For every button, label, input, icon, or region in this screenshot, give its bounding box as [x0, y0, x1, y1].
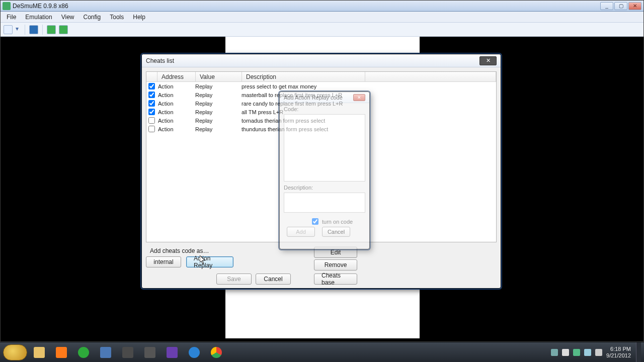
- pause-icon[interactable]: [29, 25, 38, 34]
- task-app-1[interactable]: [96, 344, 116, 360]
- clock[interactable]: 6:18 PM 9/21/2012: [606, 346, 631, 359]
- task-app-2[interactable]: [118, 344, 138, 360]
- tray-icon[interactable]: [551, 349, 558, 356]
- turn-on-code-checkbox[interactable]: turn on code: [310, 217, 353, 226]
- dialog-title-bar[interactable]: Add Action Replay code ✕: [280, 92, 369, 103]
- task-utorrent[interactable]: [73, 344, 94, 360]
- clock-date: 9/21/2012: [606, 352, 631, 359]
- row-enabled-checkbox[interactable]: [148, 92, 155, 98]
- cancel-button[interactable]: Cancel: [322, 227, 350, 237]
- table-row[interactable]: ActionReplaypress select to get max mone…: [146, 82, 496, 90]
- tray-icon[interactable]: [584, 349, 591, 356]
- row-description: press select to get max money: [242, 83, 496, 89]
- col-enabled[interactable]: [146, 72, 157, 81]
- dialog-title: Add Action Replay code: [284, 95, 353, 101]
- row-address: Action: [157, 92, 195, 98]
- col-address[interactable]: Address: [157, 72, 196, 81]
- add-action-replay-dialog: Add Action Replay code ✕ Code: Descripti…: [279, 92, 370, 249]
- dialog-close-button[interactable]: ✕: [479, 56, 497, 65]
- menu-emulation[interactable]: Emulation: [21, 13, 56, 22]
- app-icon: [3, 2, 11, 10]
- turn-on-checkbox[interactable]: [312, 218, 318, 225]
- code-textarea[interactable]: [284, 114, 365, 182]
- row-enabled-checkbox[interactable]: [148, 109, 155, 115]
- tray-icon[interactable]: [573, 349, 580, 356]
- col-spacer: [365, 72, 496, 81]
- row-value: Replay: [195, 83, 242, 89]
- toolbar-separator: [25, 25, 25, 35]
- row-address: Action: [157, 83, 195, 89]
- clock-time: 6:18 PM: [606, 346, 631, 352]
- task-app-3[interactable]: [162, 344, 182, 360]
- app-title: DeSmuME 0.9.8 x86: [13, 3, 598, 10]
- row-address: Action: [157, 109, 195, 115]
- menu-bar: File Emulation View Config Tools Help: [1, 12, 643, 23]
- cancel-button[interactable]: Cancel: [256, 274, 291, 285]
- code-label: Code:: [284, 106, 298, 112]
- cheats-base-button[interactable]: Cheats base: [314, 274, 357, 285]
- row-address: Action: [157, 118, 195, 124]
- row-enabled-checkbox[interactable]: [148, 117, 155, 124]
- tray-volume-icon[interactable]: [595, 349, 602, 356]
- close-button[interactable]: ✕: [628, 2, 641, 10]
- description-input[interactable]: [284, 193, 365, 213]
- row-enabled-checkbox[interactable]: [148, 100, 155, 107]
- open-rom-icon[interactable]: [4, 25, 13, 34]
- description-label: Description:: [284, 185, 313, 191]
- row-enabled-checkbox[interactable]: [148, 83, 155, 89]
- show-desktop-button[interactable]: [636, 342, 641, 363]
- menu-config[interactable]: Config: [79, 13, 105, 22]
- menu-help[interactable]: Help: [129, 13, 149, 22]
- row-address: Action: [157, 101, 195, 107]
- task-explorer[interactable]: [29, 344, 49, 360]
- task-vlc[interactable]: [51, 344, 71, 360]
- row-enabled-checkbox[interactable]: [148, 126, 155, 132]
- row-value: Replay: [195, 92, 242, 98]
- dialog-title-bar[interactable]: Cheats list ✕: [142, 54, 501, 67]
- row-value: Replay: [195, 126, 242, 132]
- toolbar-dropdown-icon[interactable]: ▾: [16, 25, 21, 34]
- col-description[interactable]: Description: [242, 72, 365, 81]
- add-code-label: Add cheats code as…: [150, 247, 209, 254]
- tray-icon[interactable]: [562, 349, 569, 356]
- remove-button[interactable]: Remove: [314, 259, 357, 270]
- reset-icon[interactable]: [47, 25, 56, 34]
- task-desmume[interactable]: [140, 344, 160, 360]
- row-address: Action: [157, 126, 195, 132]
- task-chrome[interactable]: [206, 344, 226, 360]
- action-replay-button[interactable]: Action Replay: [186, 256, 233, 267]
- system-tray[interactable]: 6:18 PM 9/21/2012: [551, 346, 634, 359]
- table-header: Address Value Description: [146, 72, 496, 82]
- minimize-button[interactable]: _: [600, 2, 613, 10]
- add-button[interactable]: Add: [287, 227, 315, 237]
- menu-view[interactable]: View: [57, 13, 78, 22]
- dialog-title: Cheats list: [146, 57, 479, 64]
- turn-on-label: turn on code: [322, 219, 353, 225]
- row-value: Replay: [195, 101, 242, 107]
- row-value: Replay: [195, 118, 242, 124]
- col-value[interactable]: Value: [196, 72, 242, 81]
- title-bar[interactable]: DeSmuME 0.9.8 x86 _ ▢ ✕: [1, 1, 643, 12]
- frame-advance-icon[interactable]: [59, 25, 68, 34]
- internal-button[interactable]: internal: [146, 256, 181, 267]
- toolbar-separator: [42, 25, 43, 35]
- dialog-close-button[interactable]: ✕: [353, 94, 365, 101]
- save-button[interactable]: Save: [216, 274, 252, 285]
- menu-tools[interactable]: Tools: [106, 13, 128, 22]
- menu-file[interactable]: File: [3, 13, 20, 22]
- taskbar: 6:18 PM 9/21/2012: [0, 342, 644, 362]
- row-value: Replay: [195, 109, 242, 115]
- toolbar: ▾: [1, 23, 643, 37]
- maximize-button[interactable]: ▢: [614, 2, 627, 10]
- start-button[interactable]: [3, 344, 27, 360]
- task-itunes[interactable]: [184, 344, 204, 360]
